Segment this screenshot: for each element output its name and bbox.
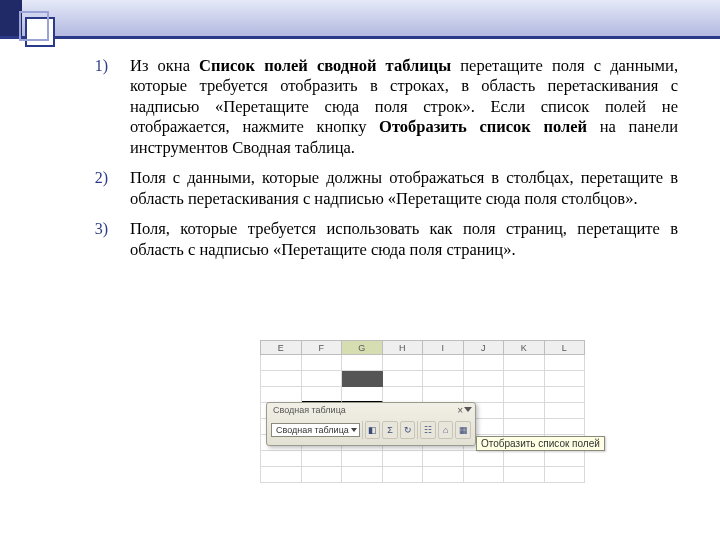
step-1-bold-2: Отобразить список полей — [379, 117, 587, 136]
step-1-bold-1: Список полей сводной таблицы — [199, 56, 451, 75]
table-row — [260, 451, 585, 467]
separator — [417, 421, 418, 439]
col-header: I — [423, 340, 464, 355]
numbered-list: Из окна Список полей сводной таблицы пер… — [72, 56, 678, 260]
options-icon[interactable] — [464, 407, 472, 412]
step-2: Поля с данными, которые должны отображат… — [130, 168, 678, 209]
step-1: Из окна Список полей сводной таблицы пер… — [130, 56, 678, 158]
col-header: E — [260, 340, 302, 355]
toolbar-icon[interactable]: ◧ — [365, 421, 381, 439]
step-3-text: Поля, которые требуется использовать как… — [130, 219, 678, 258]
toolbar-icon[interactable]: ⌂ — [438, 421, 454, 439]
text-body: Из окна Список полей сводной таблицы пер… — [0, 56, 720, 270]
col-header: F — [302, 340, 343, 355]
table-row — [260, 467, 585, 483]
tooltip-show-field-list: Отобразить список полей — [476, 436, 605, 451]
decorative-header-band — [0, 0, 720, 36]
table-row — [260, 387, 585, 403]
step-2-text: Поля с данными, которые должны отображат… — [130, 168, 678, 207]
toolbar-row: Сводная таблица ◧ Σ ↻ ☷ ⌂ ▦ — [271, 419, 471, 441]
toolbar-icon[interactable]: Σ — [382, 421, 398, 439]
pivot-toolbar[interactable]: Сводная таблица × Сводная таблица ◧ Σ ↻ … — [266, 402, 476, 446]
show-field-list-button[interactable]: ▦ — [455, 421, 471, 439]
toolbar-icon[interactable]: ☷ — [420, 421, 436, 439]
toolbar-title: Сводная таблица — [273, 405, 346, 415]
col-header: K — [504, 340, 545, 355]
separator — [362, 421, 363, 439]
col-header: L — [545, 340, 586, 355]
pivot-dropdown[interactable]: Сводная таблица — [271, 423, 360, 437]
col-header-selected: G — [342, 340, 383, 355]
spreadsheet-screenshot: E F G H I J K L Сводная таблица × Сводна… — [260, 340, 585, 490]
toolbar-icon[interactable]: ↻ — [400, 421, 416, 439]
table-row — [260, 355, 585, 371]
column-headers: E F G H I J K L — [260, 340, 585, 355]
step-3: Поля, которые требуется использовать как… — [130, 219, 678, 260]
step-1-pre: Из окна — [130, 56, 199, 75]
table-row — [260, 371, 585, 387]
decorative-corner-box — [25, 17, 55, 47]
col-header: J — [464, 340, 505, 355]
col-header: H — [383, 340, 424, 355]
close-icon[interactable]: × — [457, 405, 463, 416]
